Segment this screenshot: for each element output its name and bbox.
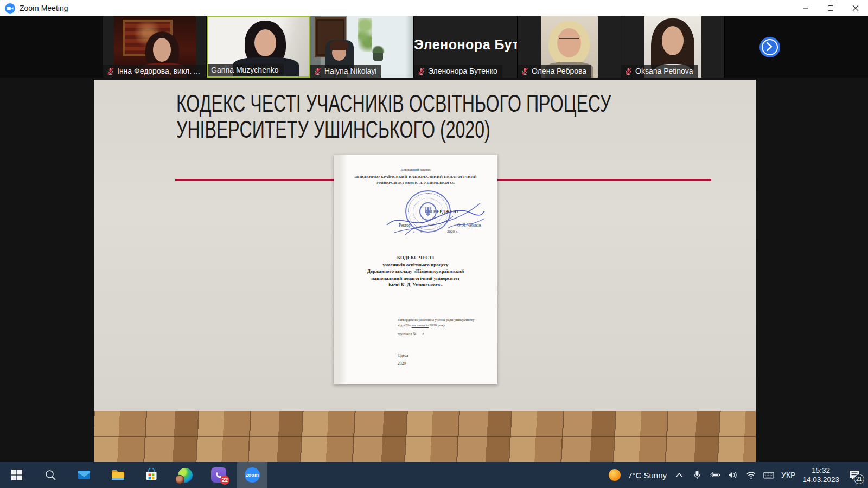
- window-titlebar: Zoom Meeting: [0, 0, 868, 16]
- document-year: 2020: [398, 361, 406, 366]
- protocol-line: протокол № 6: [398, 331, 491, 337]
- scanned-document: Державний заклад «ПІВДЕННОУКРАЇНСЬКИЙ НА…: [334, 155, 497, 384]
- next-participants-button[interactable]: [760, 37, 780, 57]
- file-explorer-icon: [111, 468, 125, 483]
- battery-charging-icon: [710, 471, 720, 479]
- zoom-app-icon: zoom: [245, 467, 260, 483]
- muted-mic-icon: [106, 67, 114, 75]
- close-button[interactable]: [843, 0, 868, 16]
- participant-display-name: Эленонора Бут...: [414, 37, 517, 53]
- participant-tile[interactable]: Oksana Petinova: [621, 16, 725, 78]
- minimize-button[interactable]: [793, 0, 818, 16]
- zoom-app-button[interactable]: zoom: [237, 462, 267, 488]
- tray-touch-keyboard-button[interactable]: [763, 468, 774, 481]
- taskbar-clock[interactable]: 15:32 14.03.2023: [802, 466, 839, 484]
- document-org-name: УНІВЕРСИТЕТ імені К. Д. УШИНСЬКОГО»: [334, 181, 497, 185]
- keyboard-icon: [763, 471, 774, 479]
- tray-microphone-button[interactable]: [692, 468, 703, 481]
- chevron-right-icon: [765, 42, 773, 52]
- viber-icon: 22: [211, 467, 226, 483]
- approval-note: Затверджено рішенням ученої ради універс…: [398, 317, 491, 337]
- weather-temp: 7°C: [628, 471, 641, 480]
- tray-expand-button[interactable]: [674, 468, 685, 481]
- search-icon: [44, 469, 56, 481]
- taskbar-apps: 22 zoom: [0, 462, 269, 488]
- edge-icon: [178, 468, 193, 483]
- participant-tile[interactable]: Інна Федорова, викл. ...: [103, 16, 207, 78]
- participant-name: Інна Федорова, викл. ...: [117, 67, 200, 75]
- participant-name: Ganna Muzychenko: [211, 66, 279, 74]
- wooden-floor-background: [94, 411, 756, 462]
- action-center-button[interactable]: 21: [846, 467, 863, 483]
- restore-button[interactable]: [818, 0, 843, 16]
- participant-name: Эленонора Бутенко: [428, 67, 497, 75]
- document-org-name: «ПІВДЕННОУКРАЇНСЬКИЙ НАЦІОНАЛЬНИЙ ПЕДАГО…: [334, 175, 497, 179]
- approval-line1: Затверджено рішенням ученої ради універс…: [398, 317, 491, 323]
- wifi-icon: [746, 471, 756, 479]
- participant-nametag: Эленонора Бутенко: [414, 65, 502, 78]
- approval-line2: від «26» листопада 2020 року: [398, 323, 491, 328]
- document-city: Одеса: [398, 353, 408, 358]
- participant-tile[interactable]: Halyna Nikolayi: [310, 16, 414, 78]
- clock-time: 15:32: [802, 466, 839, 475]
- handwritten-protocol-number: 6: [417, 331, 429, 337]
- shared-screen-stage: КОДЕКС ЧЕСТІ УЧАСНИКІВ ОСВІТНЬОГО ПРОЦЕС…: [0, 78, 868, 462]
- mail-app-button[interactable]: [71, 462, 97, 488]
- windows-logo-icon: [11, 469, 23, 481]
- slide-title-line2: УНІВЕРСИТЕТУ УШИНСЬКОГО (2020): [176, 117, 611, 143]
- muted-mic-icon: [521, 67, 529, 75]
- participant-nametag: Інна Федорова, викл. ...: [103, 65, 205, 78]
- zoom-meeting-window: Zoom Meeting Інна Федорова, викл. ...: [0, 0, 868, 488]
- window-controls: [793, 0, 868, 16]
- muted-mic-icon: [417, 67, 425, 75]
- notification-count-badge: 21: [854, 474, 864, 484]
- participant-nametag: Oksana Petinova: [621, 65, 698, 78]
- document-title: КОДЕКС ЧЕСТІ учасників освітнього процес…: [334, 254, 497, 288]
- edge-browser-button[interactable]: [172, 462, 198, 488]
- microsoft-store-icon: [144, 468, 158, 482]
- slide-title-line1: КОДЕКС ЧЕСТІ УЧАСНИКІВ ОСВІТНЬОГО ПРОЦЕС…: [176, 91, 611, 117]
- presentation-slide: КОДЕКС ЧЕСТІ УЧАСНИКІВ ОСВІТНЬОГО ПРОЦЕС…: [94, 80, 756, 411]
- microphone-icon: [694, 470, 700, 480]
- tray-battery-button[interactable]: [710, 468, 720, 481]
- chevron-up-icon: [675, 472, 683, 478]
- tray-volume-button[interactable]: [727, 468, 738, 481]
- rector-signature: [384, 197, 487, 237]
- taskbar-tray: 7°C Sunny УКР 15:32 14.03.: [609, 462, 868, 488]
- file-explorer-button[interactable]: [105, 462, 131, 488]
- viber-unread-badge: 22: [220, 476, 229, 485]
- tray-network-button[interactable]: [745, 468, 756, 481]
- participant-tile-no-video[interactable]: Эленонора Бут... Эленонора Бутенко: [414, 16, 518, 78]
- start-button[interactable]: [4, 462, 30, 488]
- browser-profile-avatar: [175, 475, 184, 484]
- weather-widget[interactable]: 7°C Sunny: [628, 471, 667, 480]
- participant-nametag: Олена Реброва: [518, 65, 591, 78]
- participant-name: Олена Реброва: [532, 67, 586, 75]
- participant-name: Halyna Nikolayi: [324, 67, 376, 75]
- participant-name: Oksana Petinova: [635, 67, 693, 75]
- participant-tile-active-speaker[interactable]: Ganna Muzychenko: [207, 16, 310, 78]
- handwritten-month: листопада: [412, 323, 429, 327]
- viber-app-button[interactable]: 22: [206, 462, 232, 488]
- microsoft-store-button[interactable]: [138, 462, 164, 488]
- document-org-type: Державний заклад: [334, 168, 497, 172]
- participant-strip: Інна Федорова, викл. ... Ganna Muzychenk…: [0, 16, 868, 78]
- clock-date: 14.03.2023: [802, 475, 839, 484]
- taskbar-search-button[interactable]: [37, 462, 63, 488]
- speaker-icon: [728, 471, 738, 479]
- slide-title: КОДЕКС ЧЕСТІ УЧАСНИКІВ ОСВІТНЬОГО ПРОЦЕС…: [176, 91, 611, 143]
- mail-icon: [77, 468, 91, 482]
- windows-taskbar: 22 zoom 7°C Sunny: [0, 462, 868, 488]
- restore-icon: [828, 5, 833, 11]
- participant-tiles: Інна Федорова, викл. ... Ganna Muzychenk…: [103, 16, 725, 78]
- weather-sun-icon[interactable]: [609, 469, 621, 481]
- participant-nametag: Ganna Muzychenko: [208, 64, 284, 76]
- participant-nametag: Halyna Nikolayi: [310, 65, 381, 78]
- muted-mic-icon: [624, 67, 633, 75]
- language-indicator[interactable]: УКР: [781, 471, 795, 479]
- weather-condition: Sunny: [643, 471, 667, 480]
- zoom-logo-icon: [5, 3, 15, 14]
- participant-tile[interactable]: Олена Реброва: [518, 16, 621, 78]
- muted-mic-icon: [314, 67, 322, 75]
- window-title: Zoom Meeting: [20, 4, 68, 12]
